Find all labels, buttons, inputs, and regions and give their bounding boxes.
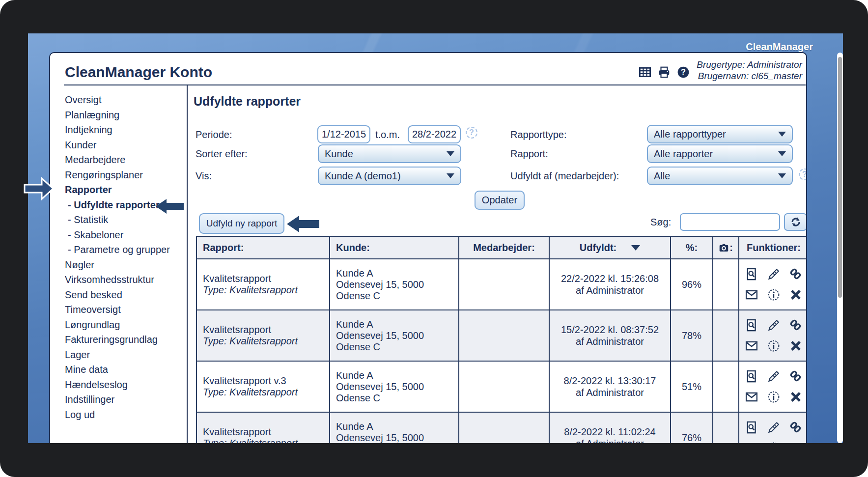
help-icon[interactable] bbox=[677, 66, 690, 79]
info-icon[interactable] bbox=[767, 442, 780, 443]
col-pct: %: bbox=[671, 236, 713, 259]
edit-icon[interactable] bbox=[767, 370, 780, 383]
sidebar-item-oversigt[interactable]: Oversigt bbox=[65, 92, 186, 108]
row-actions bbox=[740, 370, 807, 403]
page-scrollbar[interactable] bbox=[837, 53, 843, 443]
sidebar-item-send-besked[interactable]: Send besked bbox=[65, 287, 186, 303]
search-input[interactable] bbox=[680, 213, 780, 231]
info-icon[interactable] bbox=[767, 391, 780, 403]
link-icon[interactable] bbox=[789, 319, 802, 332]
sidebar-item-lager[interactable]: Lager bbox=[65, 347, 186, 363]
date-from-input[interactable] bbox=[317, 125, 370, 143]
sidebar-item-mine-data[interactable]: Mine data bbox=[65, 362, 186, 377]
info-icon[interactable] bbox=[767, 288, 780, 301]
mail-icon[interactable] bbox=[745, 288, 758, 301]
col-foto: : bbox=[713, 236, 739, 259]
table-header-row: Rapport: Kunde: Medarbejder: Udfyldt: %: bbox=[196, 236, 807, 259]
sidebar-item-haendelseslog[interactable]: Hændelseslog bbox=[65, 377, 186, 393]
sidebar-item-loengrundlag[interactable]: Løngrundlag bbox=[65, 317, 186, 333]
preview-icon[interactable] bbox=[745, 421, 758, 434]
photo-cell bbox=[713, 361, 739, 412]
vis-value: Kunde A (demo1) bbox=[325, 170, 443, 182]
sorter-efter-select[interactable]: Kunde bbox=[318, 144, 461, 163]
edit-icon[interactable] bbox=[767, 268, 780, 281]
rapport-label: Rapport: bbox=[510, 148, 548, 160]
sidebar-item-log-ud[interactable]: Log ud bbox=[65, 407, 186, 422]
udfyldt-af-help-icon[interactable]: ? bbox=[799, 168, 807, 180]
employee-cell bbox=[459, 361, 549, 412]
sidebar-item-indtjekning[interactable]: Indtjekning bbox=[65, 122, 186, 138]
header-divider bbox=[64, 84, 806, 85]
filled-at: 8/2-2022 kl. 13:30:17 bbox=[550, 375, 670, 387]
sidebar-item-statistik[interactable]: - Statistik bbox=[65, 212, 186, 227]
customer-name: Kunde A bbox=[336, 268, 458, 279]
table-grid-icon[interactable] bbox=[639, 66, 651, 79]
page-title: CleanManager Konto bbox=[65, 64, 212, 81]
col-udfyldt[interactable]: Udfyldt: bbox=[549, 236, 671, 259]
refresh-button[interactable] bbox=[784, 213, 807, 231]
sidebar-nav: Oversigt Planlægning Indtjekning Kunder … bbox=[65, 92, 186, 422]
udfyldt-af-select[interactable]: Alle bbox=[647, 167, 793, 185]
rapporttype-select[interactable]: Alle rapporttyper bbox=[647, 125, 793, 143]
mail-icon[interactable] bbox=[745, 339, 758, 352]
link-icon[interactable] bbox=[789, 421, 802, 434]
sidebar-item-rengoeringsplaner[interactable]: Rengøringsplaner bbox=[65, 168, 186, 183]
mail-icon[interactable] bbox=[745, 442, 758, 443]
row-actions bbox=[740, 268, 807, 301]
link-icon[interactable] bbox=[789, 370, 802, 383]
udfyldt-af-value: Alle bbox=[654, 170, 774, 182]
col-foto-colon: : bbox=[729, 242, 733, 253]
mail-icon[interactable] bbox=[745, 391, 758, 403]
sidebar-item-kunder[interactable]: Kunder bbox=[65, 138, 186, 153]
rapporttype-label: Rapporttype: bbox=[510, 129, 567, 140]
customer-address: Odensevej 15, 5000 bbox=[336, 330, 458, 341]
preview-icon[interactable] bbox=[745, 370, 758, 383]
customer-name: Kunde A bbox=[336, 370, 458, 381]
sidebar-item-rapporter[interactable]: Rapporter bbox=[65, 182, 186, 197]
sidebar-item-skabeloner[interactable]: - Skabeloner bbox=[65, 227, 186, 243]
period-help-icon[interactable]: ? bbox=[466, 127, 477, 139]
filled-at: 15/2-2022 kl. 08:37:52 bbox=[550, 324, 670, 336]
delete-icon[interactable] bbox=[789, 442, 802, 443]
sidebar-item-udfyldte-rapporter[interactable]: - Udfyldte rapporter bbox=[65, 197, 186, 213]
customer-city: Odense C bbox=[336, 341, 458, 353]
date-to-input[interactable] bbox=[408, 125, 461, 143]
delete-icon[interactable] bbox=[789, 288, 802, 301]
delete-icon[interactable] bbox=[789, 339, 802, 352]
sidebar-divider bbox=[187, 85, 188, 443]
udfyld-ny-rapport-button[interactable]: Udfyld ny rapport bbox=[199, 213, 284, 234]
sidebar-item-planlaegning[interactable]: Planlægning bbox=[65, 108, 186, 123]
link-icon[interactable] bbox=[789, 268, 802, 281]
vis-select[interactable]: Kunde A (demo1) bbox=[318, 167, 461, 185]
app-window: CleanManager Konto Brugertype: Administr… bbox=[49, 52, 807, 443]
sidebar-item-virksomhedsstruktur[interactable]: Virksomhedsstruktur bbox=[65, 272, 186, 287]
preview-icon[interactable] bbox=[745, 268, 758, 281]
sidebar-item-parametre-og-grupper[interactable]: - Parametre og grupper bbox=[65, 242, 186, 257]
percent-cell: 96% bbox=[671, 259, 713, 310]
sidebar-item-timeoversigt[interactable]: Timeoversigt bbox=[65, 302, 186, 317]
delete-icon[interactable] bbox=[789, 391, 802, 403]
sidebar-item-indstillinger[interactable]: Indstillinger bbox=[65, 392, 186, 407]
chevron-down-icon bbox=[778, 151, 786, 156]
filled-by: af Administrator bbox=[550, 438, 670, 443]
printer-icon[interactable] bbox=[658, 66, 671, 79]
edit-icon[interactable] bbox=[767, 319, 780, 332]
scrollbar-thumb[interactable] bbox=[838, 57, 842, 298]
col-rapport: Rapport: bbox=[196, 236, 330, 259]
edit-icon[interactable] bbox=[767, 421, 780, 434]
sidebar-item-noegler[interactable]: Nøgler bbox=[65, 257, 186, 273]
rapport-select[interactable]: Alle rapporter bbox=[647, 144, 793, 163]
report-type: Type: Kvalitetsrapport bbox=[203, 387, 329, 398]
opdater-button[interactable]: Opdater bbox=[475, 191, 525, 210]
sorter-efter-value: Kunde bbox=[325, 148, 443, 160]
soeg-label: Søg: bbox=[650, 217, 671, 228]
sidebar-item-medarbejdere[interactable]: Medarbejdere bbox=[65, 152, 186, 168]
chevron-down-icon bbox=[447, 173, 454, 178]
customer-address: Odensevej 15, 5000 bbox=[336, 381, 458, 393]
sidebar-item-faktureringsgrundlag[interactable]: Faktureringsgrundlag bbox=[65, 332, 186, 347]
sort-desc-icon[interactable] bbox=[631, 245, 640, 251]
screenshot-canvas: CleanManager CleanManager Konto Brugerty… bbox=[0, 0, 868, 477]
rapport-value: Alle rapporter bbox=[654, 148, 774, 160]
info-icon[interactable] bbox=[767, 339, 780, 352]
preview-icon[interactable] bbox=[745, 319, 758, 332]
